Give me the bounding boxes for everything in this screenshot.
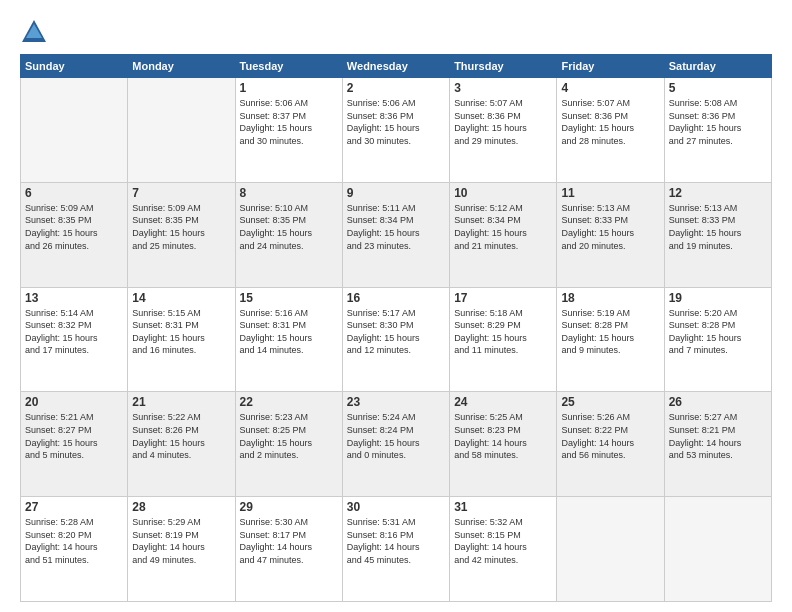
- calendar-cell: 24Sunrise: 5:25 AM Sunset: 8:23 PM Dayli…: [450, 392, 557, 497]
- day-info: Sunrise: 5:29 AM Sunset: 8:19 PM Dayligh…: [132, 516, 230, 566]
- day-info: Sunrise: 5:26 AM Sunset: 8:22 PM Dayligh…: [561, 411, 659, 461]
- calendar-cell: 16Sunrise: 5:17 AM Sunset: 8:30 PM Dayli…: [342, 287, 449, 392]
- day-number: 1: [240, 81, 338, 95]
- day-info: Sunrise: 5:24 AM Sunset: 8:24 PM Dayligh…: [347, 411, 445, 461]
- day-number: 10: [454, 186, 552, 200]
- day-info: Sunrise: 5:28 AM Sunset: 8:20 PM Dayligh…: [25, 516, 123, 566]
- day-info: Sunrise: 5:10 AM Sunset: 8:35 PM Dayligh…: [240, 202, 338, 252]
- calendar-cell: [557, 497, 664, 602]
- day-number: 20: [25, 395, 123, 409]
- day-info: Sunrise: 5:11 AM Sunset: 8:34 PM Dayligh…: [347, 202, 445, 252]
- day-info: Sunrise: 5:27 AM Sunset: 8:21 PM Dayligh…: [669, 411, 767, 461]
- day-info: Sunrise: 5:09 AM Sunset: 8:35 PM Dayligh…: [132, 202, 230, 252]
- calendar-week-row: 27Sunrise: 5:28 AM Sunset: 8:20 PM Dayli…: [21, 497, 772, 602]
- day-info: Sunrise: 5:19 AM Sunset: 8:28 PM Dayligh…: [561, 307, 659, 357]
- calendar-cell: 26Sunrise: 5:27 AM Sunset: 8:21 PM Dayli…: [664, 392, 771, 497]
- day-info: Sunrise: 5:17 AM Sunset: 8:30 PM Dayligh…: [347, 307, 445, 357]
- day-info: Sunrise: 5:09 AM Sunset: 8:35 PM Dayligh…: [25, 202, 123, 252]
- calendar-cell: 9Sunrise: 5:11 AM Sunset: 8:34 PM Daylig…: [342, 182, 449, 287]
- weekday-header: Friday: [557, 55, 664, 78]
- day-info: Sunrise: 5:21 AM Sunset: 8:27 PM Dayligh…: [25, 411, 123, 461]
- day-info: Sunrise: 5:13 AM Sunset: 8:33 PM Dayligh…: [669, 202, 767, 252]
- day-info: Sunrise: 5:31 AM Sunset: 8:16 PM Dayligh…: [347, 516, 445, 566]
- day-number: 25: [561, 395, 659, 409]
- calendar-cell: 2Sunrise: 5:06 AM Sunset: 8:36 PM Daylig…: [342, 78, 449, 183]
- day-info: Sunrise: 5:25 AM Sunset: 8:23 PM Dayligh…: [454, 411, 552, 461]
- weekday-header: Wednesday: [342, 55, 449, 78]
- logo-icon: [20, 18, 48, 46]
- logo: [20, 18, 52, 46]
- calendar-cell: 12Sunrise: 5:13 AM Sunset: 8:33 PM Dayli…: [664, 182, 771, 287]
- day-info: Sunrise: 5:22 AM Sunset: 8:26 PM Dayligh…: [132, 411, 230, 461]
- weekday-header: Sunday: [21, 55, 128, 78]
- page: SundayMondayTuesdayWednesdayThursdayFrid…: [0, 0, 792, 612]
- day-number: 19: [669, 291, 767, 305]
- calendar-cell: 15Sunrise: 5:16 AM Sunset: 8:31 PM Dayli…: [235, 287, 342, 392]
- header: [20, 18, 772, 46]
- calendar-cell: 7Sunrise: 5:09 AM Sunset: 8:35 PM Daylig…: [128, 182, 235, 287]
- calendar-cell: 8Sunrise: 5:10 AM Sunset: 8:35 PM Daylig…: [235, 182, 342, 287]
- calendar-cell: 31Sunrise: 5:32 AM Sunset: 8:15 PM Dayli…: [450, 497, 557, 602]
- day-number: 13: [25, 291, 123, 305]
- calendar-cell: 18Sunrise: 5:19 AM Sunset: 8:28 PM Dayli…: [557, 287, 664, 392]
- day-number: 27: [25, 500, 123, 514]
- calendar-week-row: 1Sunrise: 5:06 AM Sunset: 8:37 PM Daylig…: [21, 78, 772, 183]
- day-info: Sunrise: 5:08 AM Sunset: 8:36 PM Dayligh…: [669, 97, 767, 147]
- day-number: 18: [561, 291, 659, 305]
- calendar-cell: 28Sunrise: 5:29 AM Sunset: 8:19 PM Dayli…: [128, 497, 235, 602]
- calendar-cell: 29Sunrise: 5:30 AM Sunset: 8:17 PM Dayli…: [235, 497, 342, 602]
- calendar-cell: 3Sunrise: 5:07 AM Sunset: 8:36 PM Daylig…: [450, 78, 557, 183]
- calendar-cell: 27Sunrise: 5:28 AM Sunset: 8:20 PM Dayli…: [21, 497, 128, 602]
- calendar-cell: 23Sunrise: 5:24 AM Sunset: 8:24 PM Dayli…: [342, 392, 449, 497]
- calendar-cell: 1Sunrise: 5:06 AM Sunset: 8:37 PM Daylig…: [235, 78, 342, 183]
- calendar-cell: 22Sunrise: 5:23 AM Sunset: 8:25 PM Dayli…: [235, 392, 342, 497]
- day-number: 9: [347, 186, 445, 200]
- day-info: Sunrise: 5:23 AM Sunset: 8:25 PM Dayligh…: [240, 411, 338, 461]
- calendar-cell: 21Sunrise: 5:22 AM Sunset: 8:26 PM Dayli…: [128, 392, 235, 497]
- day-number: 6: [25, 186, 123, 200]
- calendar-cell: 20Sunrise: 5:21 AM Sunset: 8:27 PM Dayli…: [21, 392, 128, 497]
- day-info: Sunrise: 5:07 AM Sunset: 8:36 PM Dayligh…: [561, 97, 659, 147]
- calendar-cell: 6Sunrise: 5:09 AM Sunset: 8:35 PM Daylig…: [21, 182, 128, 287]
- day-number: 16: [347, 291, 445, 305]
- weekday-header: Saturday: [664, 55, 771, 78]
- day-info: Sunrise: 5:18 AM Sunset: 8:29 PM Dayligh…: [454, 307, 552, 357]
- calendar-week-row: 13Sunrise: 5:14 AM Sunset: 8:32 PM Dayli…: [21, 287, 772, 392]
- weekday-header: Thursday: [450, 55, 557, 78]
- day-number: 14: [132, 291, 230, 305]
- calendar: SundayMondayTuesdayWednesdayThursdayFrid…: [20, 54, 772, 602]
- day-info: Sunrise: 5:12 AM Sunset: 8:34 PM Dayligh…: [454, 202, 552, 252]
- weekday-header: Tuesday: [235, 55, 342, 78]
- day-number: 15: [240, 291, 338, 305]
- day-info: Sunrise: 5:06 AM Sunset: 8:37 PM Dayligh…: [240, 97, 338, 147]
- day-number: 29: [240, 500, 338, 514]
- calendar-cell: 10Sunrise: 5:12 AM Sunset: 8:34 PM Dayli…: [450, 182, 557, 287]
- day-number: 12: [669, 186, 767, 200]
- header-row: SundayMondayTuesdayWednesdayThursdayFrid…: [21, 55, 772, 78]
- day-info: Sunrise: 5:32 AM Sunset: 8:15 PM Dayligh…: [454, 516, 552, 566]
- calendar-cell: 14Sunrise: 5:15 AM Sunset: 8:31 PM Dayli…: [128, 287, 235, 392]
- calendar-cell: 11Sunrise: 5:13 AM Sunset: 8:33 PM Dayli…: [557, 182, 664, 287]
- calendar-cell: 30Sunrise: 5:31 AM Sunset: 8:16 PM Dayli…: [342, 497, 449, 602]
- day-info: Sunrise: 5:16 AM Sunset: 8:31 PM Dayligh…: [240, 307, 338, 357]
- day-info: Sunrise: 5:06 AM Sunset: 8:36 PM Dayligh…: [347, 97, 445, 147]
- day-number: 24: [454, 395, 552, 409]
- day-number: 11: [561, 186, 659, 200]
- day-info: Sunrise: 5:30 AM Sunset: 8:17 PM Dayligh…: [240, 516, 338, 566]
- day-number: 30: [347, 500, 445, 514]
- day-number: 8: [240, 186, 338, 200]
- day-number: 31: [454, 500, 552, 514]
- day-info: Sunrise: 5:14 AM Sunset: 8:32 PM Dayligh…: [25, 307, 123, 357]
- day-number: 17: [454, 291, 552, 305]
- calendar-cell: 13Sunrise: 5:14 AM Sunset: 8:32 PM Dayli…: [21, 287, 128, 392]
- day-number: 26: [669, 395, 767, 409]
- day-info: Sunrise: 5:20 AM Sunset: 8:28 PM Dayligh…: [669, 307, 767, 357]
- day-number: 28: [132, 500, 230, 514]
- day-number: 22: [240, 395, 338, 409]
- day-number: 5: [669, 81, 767, 95]
- calendar-cell: 19Sunrise: 5:20 AM Sunset: 8:28 PM Dayli…: [664, 287, 771, 392]
- day-number: 2: [347, 81, 445, 95]
- calendar-week-row: 20Sunrise: 5:21 AM Sunset: 8:27 PM Dayli…: [21, 392, 772, 497]
- day-info: Sunrise: 5:15 AM Sunset: 8:31 PM Dayligh…: [132, 307, 230, 357]
- calendar-cell: 17Sunrise: 5:18 AM Sunset: 8:29 PM Dayli…: [450, 287, 557, 392]
